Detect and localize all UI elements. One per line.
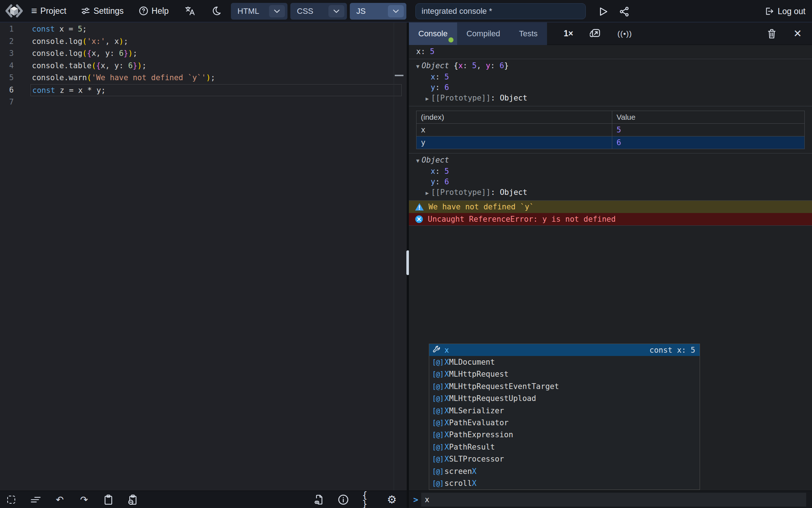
suggestion-item[interactable]: [@]XMLHttpRequestEventTarget: [429, 380, 700, 392]
js-language-menu-button[interactable]: [388, 5, 404, 17]
suggestion-item[interactable]: [@]XMLHttpRequestUpload: [429, 393, 700, 405]
suggestion-item[interactable]: [@]XPathResult: [429, 441, 700, 453]
table-header-row[interactable]: (index) Value: [417, 111, 805, 124]
punct: {: [449, 61, 458, 70]
table-cell-value: 5: [612, 124, 804, 136]
format-braces-button[interactable]: { }: [362, 494, 373, 505]
broadcast-icon: ((•)): [617, 29, 632, 38]
table-header-index[interactable]: (index): [417, 111, 612, 124]
token: ;: [82, 25, 87, 33]
hamburger-menu-icon: ≡: [31, 6, 37, 16]
copy-as-snippet-button[interactable]: [127, 494, 138, 505]
log-text: x:: [416, 47, 430, 56]
object-preview-row[interactable]: ▼Object {x: 5, y: 6}: [416, 61, 812, 72]
proto-value: Object: [500, 188, 527, 197]
table-row-selected[interactable]: y 6: [417, 136, 805, 149]
share-button[interactable]: [618, 5, 631, 18]
prototype-row[interactable]: ▶[[Prototype]]: Object: [416, 187, 812, 198]
console-input[interactable]: [421, 493, 806, 507]
suggestion-item[interactable]: [@]XPathEvaluator: [429, 417, 700, 429]
punct: :: [435, 177, 444, 186]
project-menu-button[interactable]: ≡ Project: [31, 6, 66, 16]
suggestion-match: X: [444, 443, 449, 451]
tab-html-label: HTML: [237, 7, 259, 16]
console-log-entry: x: 5: [409, 45, 812, 59]
symbol-kind-icon: [@]: [432, 479, 444, 487]
console-toolbar: Console Compiled Tests 1×: [409, 22, 812, 45]
run-button[interactable]: [597, 5, 610, 18]
settings-menu-button[interactable]: Settings: [81, 6, 124, 16]
dark-mode-toggle[interactable]: [211, 6, 221, 16]
app-logo[interactable]: [4, 3, 24, 19]
token: 6: [119, 49, 124, 58]
undo-button[interactable]: ↶: [54, 494, 65, 505]
suggestion-item[interactable]: [@]scrollX: [429, 477, 700, 489]
punct: :: [490, 94, 500, 102]
token: ;: [124, 37, 128, 46]
table-row[interactable]: x 5: [417, 124, 805, 136]
suggestion-item[interactable]: [@]XPathExpression: [429, 429, 700, 441]
code-line-7: [30, 96, 407, 108]
suggestion-text: PathEvaluator: [449, 418, 509, 427]
clear-console-button[interactable]: [767, 28, 777, 39]
token: (: [82, 37, 87, 46]
tab-js[interactable]: JS: [350, 3, 406, 20]
prop-value: 6: [444, 177, 449, 186]
token: x =: [55, 25, 78, 33]
external-resources-button[interactable]: [314, 494, 324, 505]
object-children: x: 5 y: 6: [416, 166, 812, 187]
token: x, y:: [101, 61, 128, 70]
caret-right-icon: ▶: [426, 190, 429, 196]
proto-key: [[Prototype]]: [431, 94, 490, 102]
tab-compiled[interactable]: Compiled: [457, 22, 510, 45]
prop-key: y: [431, 83, 435, 92]
select-all-button[interactable]: [6, 494, 17, 505]
project-title-input[interactable]: [415, 3, 586, 19]
result-zoom-button[interactable]: 1×: [564, 29, 573, 38]
prototype-row[interactable]: ▶[[Prototype]]: Object: [416, 93, 812, 104]
token: (: [82, 49, 87, 58]
code-editor[interactable]: 1 2 3 4 5 6 7 const x = 5; console.log('…: [0, 22, 407, 491]
tab-tests[interactable]: Tests: [510, 22, 547, 45]
punct: :: [435, 83, 444, 92]
tab-html[interactable]: HTML: [231, 3, 287, 20]
symbol-kind-icon: [@]: [432, 455, 444, 463]
suggestion-item[interactable]: [@]XMLSerializer: [429, 405, 700, 417]
redo-button[interactable]: ↷: [79, 494, 90, 505]
file-link-icon: [314, 494, 324, 505]
logout-button[interactable]: Log out: [765, 0, 805, 22]
prop-key: x: [431, 167, 435, 176]
tab-tests-label: Tests: [519, 29, 538, 38]
suggestion-item[interactable]: [@]XMLHttpRequest: [429, 368, 700, 380]
console-warning-entry: We have not defined `y`: [409, 201, 812, 213]
prop-key: y: [431, 177, 435, 186]
html-language-menu-button[interactable]: [269, 5, 285, 17]
table-header-value[interactable]: Value: [612, 111, 804, 124]
tab-console[interactable]: Console: [409, 22, 457, 45]
suggestion-item[interactable]: [@]XMLDocument: [429, 356, 700, 368]
broadcast-button[interactable]: ((•)): [617, 29, 632, 38]
suggestion-item[interactable]: [@]screenX: [429, 465, 700, 477]
info-icon: [338, 494, 349, 505]
token: console.warn: [32, 73, 87, 82]
suggestion-item[interactable]: [@]XSLTProcessor: [429, 453, 700, 465]
language-button[interactable]: [185, 5, 195, 16]
line-number: 4: [0, 60, 30, 72]
tab-css[interactable]: CSS: [290, 3, 347, 20]
gear-icon: ⚙: [387, 494, 397, 505]
code-line-5: console.warn('We have not defined `y`');: [30, 72, 407, 84]
token: 5: [78, 25, 82, 33]
suggestion-item-selected[interactable]: x const x: 5: [429, 344, 700, 356]
editor-settings-button[interactable]: ⚙: [386, 494, 397, 505]
editor-info-button[interactable]: [338, 494, 349, 505]
close-console-button[interactable]: ✕: [794, 29, 802, 39]
object-preview-row[interactable]: ▼Object: [416, 155, 812, 166]
editor-code-area[interactable]: const x = 5; console.log('x:', x); conso…: [30, 22, 407, 491]
open-in-new-window-button[interactable]: [590, 28, 601, 39]
format-code-button[interactable]: [30, 494, 41, 505]
copy-button[interactable]: [103, 494, 114, 505]
help-menu-button[interactable]: Help: [139, 6, 169, 16]
app-window: ≡ Project Settings Help: [0, 0, 812, 508]
css-language-menu-button[interactable]: [328, 5, 344, 17]
wrench-icon: [432, 345, 444, 355]
